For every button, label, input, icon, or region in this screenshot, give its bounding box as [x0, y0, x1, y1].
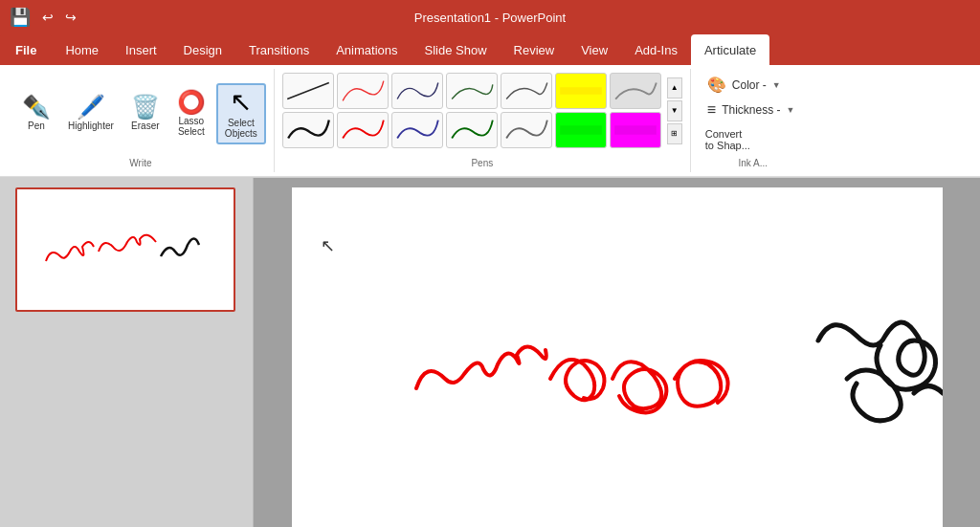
main-area: 1 ↖ — [0, 178, 980, 527]
color-swatch-icon: 🎨 — [707, 76, 726, 94]
pens-grid — [282, 73, 661, 148]
select-icon: ↖ — [230, 89, 252, 116]
thickness-icon: ≡ — [707, 101, 716, 119]
tab-file[interactable]: File — [0, 34, 52, 65]
select-label: SelectObjects — [225, 118, 257, 139]
pen-item-12[interactable] — [501, 112, 552, 148]
tab-animations[interactable]: Animations — [323, 34, 411, 65]
slide-canvas[interactable]: ↖ — [292, 187, 943, 527]
redo-button[interactable]: ↪ — [61, 8, 80, 27]
pens-scroll-up[interactable]: ▲ — [667, 77, 682, 99]
eraser-button[interactable]: 🗑️ Eraser — [124, 91, 167, 136]
highlighter-label: Highlighter — [68, 121, 114, 131]
thickness-dropdown-icon: ▼ — [787, 105, 795, 115]
pens-scrollbar: ▲ ▼ ⊞ — [667, 77, 682, 144]
pen-item-11[interactable] — [446, 112, 498, 148]
pen-item-1[interactable] — [282, 73, 334, 109]
highlighter-button[interactable]: 🖊️ Highlighter — [61, 91, 121, 136]
tab-articulate[interactable]: Articulate — [691, 34, 769, 65]
color-button[interactable]: 🎨 Color - ▼ — [701, 73, 806, 97]
slide-thumbnail-1[interactable]: 1 — [6, 187, 247, 312]
tab-home[interactable]: Home — [52, 34, 112, 65]
pen-item-3[interactable] — [391, 73, 443, 109]
pen-item-13[interactable] — [555, 112, 607, 148]
pen-icon: ✒️ — [22, 96, 51, 119]
tab-transitions[interactable]: Transitions — [235, 34, 323, 65]
convert-shape-button[interactable]: Convertto Shap... — [701, 125, 806, 154]
tab-review[interactable]: Review — [501, 34, 568, 65]
tab-slideshow[interactable]: Slide Show — [412, 34, 501, 65]
pen-item-2[interactable] — [337, 73, 389, 109]
title-bar-left: 💾 ↩ ↪ — [10, 7, 80, 28]
pen-item-14[interactable] — [610, 112, 661, 148]
svg-line-0 — [287, 82, 329, 99]
canvas-area: ↖ — [254, 178, 980, 527]
pens-content: ▲ ▼ ⊞ — [282, 73, 682, 148]
ink-actions-group: 🎨 Color - ▼ ≡ Thickness - ▼ Convertto Sh… — [691, 69, 815, 172]
pen-item-10[interactable] — [391, 112, 443, 148]
pen-button[interactable]: ✒️ Pen — [15, 91, 57, 136]
pen-label: Pen — [28, 121, 45, 131]
lasso-icon: ⭕ — [177, 91, 206, 114]
slide-thumb-box[interactable] — [15, 187, 235, 312]
pens-group: ▲ ▼ ⊞ Pens — [275, 69, 691, 172]
tab-addins[interactable]: Add-Ins — [621, 34, 691, 65]
eraser-icon: 🗑️ — [131, 96, 160, 119]
ribbon-content: ✒️ Pen 🖊️ Highlighter 🗑️ Eraser ⭕ LassoS… — [0, 65, 980, 177]
highlighter-icon: 🖊️ — [77, 96, 105, 119]
lasso-button[interactable]: ⭕ LassoSelect — [170, 86, 212, 142]
pen-item-6[interactable] — [555, 73, 607, 109]
lasso-label: LassoSelect — [178, 116, 205, 137]
ink-actions-buttons: 🎨 Color - ▼ ≡ Thickness - ▼ Convertto Sh… — [701, 73, 806, 154]
tab-design[interactable]: Design — [170, 34, 235, 65]
pens-group-label: Pens — [282, 154, 682, 168]
write-group: ✒️ Pen 🖊️ Highlighter 🗑️ Eraser ⭕ LassoS… — [8, 69, 275, 172]
pen-item-4[interactable] — [446, 73, 498, 109]
pen-item-9[interactable] — [337, 112, 389, 148]
tab-view[interactable]: View — [568, 34, 621, 65]
color-button-label: Color - — [732, 78, 767, 92]
pen-item-7[interactable] — [610, 73, 661, 109]
pens-scroll-down[interactable]: ▼ — [667, 100, 682, 121]
write-group-label: Write — [129, 154, 151, 168]
pen-item-8[interactable] — [282, 112, 334, 148]
slides-panel: 1 — [0, 178, 254, 527]
ink-actions-label: Ink A... — [701, 154, 806, 168]
tab-insert[interactable]: Insert — [112, 34, 170, 65]
ribbon: ✒️ Pen 🖊️ Highlighter 🗑️ Eraser ⭕ LassoS… — [0, 65, 980, 178]
thickness-button[interactable]: ≡ Thickness - ▼ — [701, 99, 806, 121]
tab-bar: File Home Insert Design Transitions Anim… — [0, 34, 980, 65]
title-bar: 💾 ↩ ↪ Presentation1 - PowerPoint — [0, 0, 980, 34]
undo-redo-group: ↩ ↪ — [38, 8, 80, 27]
convert-label: Convertto Shap... — [705, 128, 750, 151]
save-icon[interactable]: 💾 — [10, 7, 31, 28]
undo-button[interactable]: ↩ — [38, 8, 57, 27]
window-title: Presentation1 - PowerPoint — [414, 11, 566, 25]
eraser-label: Eraser — [131, 121, 159, 131]
drawing-svg — [292, 187, 943, 527]
select-objects-button[interactable]: ↖ SelectObjects — [216, 83, 266, 144]
pen-item-5[interactable] — [501, 73, 552, 109]
write-tools: ✒️ Pen 🖊️ Highlighter 🗑️ Eraser ⭕ LassoS… — [15, 73, 266, 154]
pens-more[interactable]: ⊞ — [667, 123, 682, 144]
color-dropdown-icon: ▼ — [772, 80, 781, 90]
thickness-button-label: Thickness - — [722, 103, 780, 117]
